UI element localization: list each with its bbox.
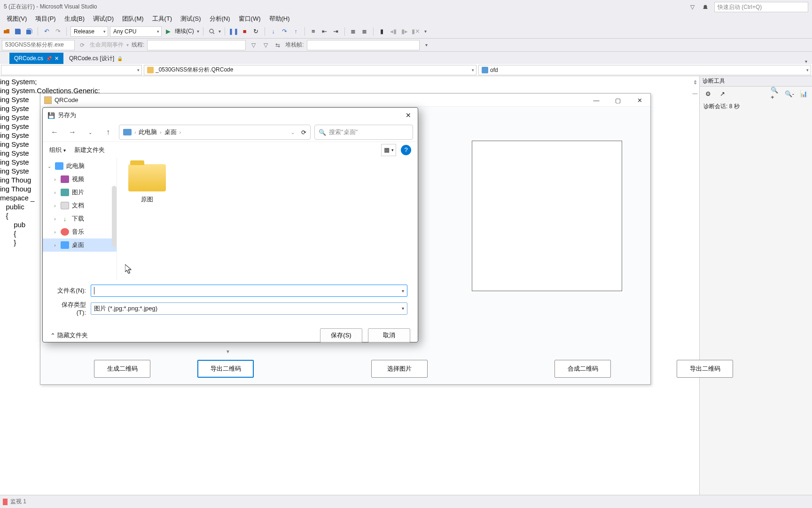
tree-item-pc[interactable]: ⌄ 此电脑: [43, 159, 117, 173]
tree-item-desktop[interactable]: › 桌面: [43, 238, 117, 252]
bookmark-prev-icon[interactable]: ◂▮: [389, 27, 398, 36]
close-icon[interactable]: ✕: [55, 56, 59, 62]
thread-toggle-icon[interactable]: ⇆: [273, 40, 282, 50]
nav-member-dropdown[interactable]: ofd: [478, 65, 811, 75]
folder-item[interactable]: 原图: [124, 164, 171, 204]
tree-item-pictures[interactable]: › 图片: [43, 186, 117, 199]
bookmark-icon[interactable]: ▮: [377, 27, 387, 36]
filter-icon[interactable]: ▽: [688, 3, 696, 11]
save-all-icon[interactable]: [24, 27, 34, 36]
expand-up-icon[interactable]: ⇕: [693, 78, 697, 87]
config-dropdown[interactable]: Release: [70, 26, 108, 37]
step-over-icon[interactable]: ↷: [280, 27, 289, 36]
filetype-dropdown[interactable]: 图片 (*.jpg;*.png;*.jpeg): [91, 302, 407, 315]
zoom-out-icon[interactable]: 🔍-: [785, 89, 794, 98]
stackframe-dropdown[interactable]: [307, 40, 420, 50]
scrollbar[interactable]: [112, 186, 117, 247]
format-icon[interactable]: ≡: [309, 27, 318, 36]
open-icon[interactable]: [2, 27, 11, 36]
gen-qr-button[interactable]: 生成二维码: [94, 360, 150, 378]
tree-item-videos[interactable]: › 视频: [43, 173, 117, 186]
saveas-titlebar[interactable]: 💾 另存为 ✕: [43, 108, 418, 123]
hide-folders-toggle[interactable]: ⌃ 隐藏文件夹: [50, 331, 88, 340]
menu-help[interactable]: 帮助(H): [265, 14, 294, 24]
export-qr2-button[interactable]: 导出二维码: [677, 360, 733, 378]
close-icon[interactable]: ✕: [629, 94, 650, 107]
find-icon[interactable]: [207, 27, 217, 36]
cancel-button[interactable]: 取消: [368, 328, 410, 342]
chevron-right-icon[interactable]: ›: [52, 203, 58, 208]
chevron-right-icon[interactable]: ›: [52, 243, 58, 248]
open-icon[interactable]: ↗: [718, 89, 727, 98]
minimize-icon[interactable]: —: [586, 94, 607, 107]
close-icon[interactable]: ✕: [403, 111, 414, 120]
view-mode-dropdown[interactable]: ▦ ▾: [381, 144, 396, 156]
comment-icon[interactable]: ≣: [349, 27, 358, 36]
lifecycle-icon[interactable]: ⟳: [78, 40, 87, 50]
nav-class-dropdown[interactable]: _0530GNSS坐标分析.QRCode: [144, 65, 476, 75]
menu-tools[interactable]: 工具(T): [148, 14, 176, 24]
pin-icon[interactable]: 📌: [46, 56, 52, 61]
forward-icon[interactable]: →: [65, 125, 79, 139]
chart-icon[interactable]: 📊: [799, 89, 808, 98]
continue-button[interactable]: 继续(C): [175, 27, 194, 35]
menu-view[interactable]: 视图(V): [3, 14, 31, 24]
bookmark-clear-icon[interactable]: ▮✕: [411, 27, 421, 36]
organize-dropdown[interactable]: 组织 ▾: [49, 146, 66, 154]
chevron-right-icon[interactable]: ›: [52, 190, 58, 195]
save-button[interactable]: 保存(S): [320, 328, 362, 342]
search-input[interactable]: 🔍 搜索"桌面": [314, 125, 413, 140]
breadcrumb[interactable]: › 此电脑 › 桌面 › ⌄ ⟳: [119, 125, 311, 140]
back-icon[interactable]: ←: [47, 125, 62, 139]
qrcode-titlebar[interactable]: QRCode — ▢ ✕: [40, 94, 650, 107]
tree-item-downloads[interactable]: › ↓ 下载: [43, 212, 117, 225]
tab-qrcode-design[interactable]: QRCode.cs [设计] 🔒: [64, 53, 127, 64]
resize-grip-icon[interactable]: ▼: [226, 349, 230, 354]
filename-input[interactable]: [91, 285, 407, 297]
notifications-icon[interactable]: [701, 3, 710, 11]
zoom-in-icon[interactable]: 🔍+: [771, 89, 780, 98]
refresh-icon[interactable]: ⟳: [301, 129, 306, 136]
settings-icon[interactable]: ⚙: [703, 89, 713, 98]
watch-panel-tab[interactable]: 监视 1: [0, 495, 812, 508]
step-into-icon[interactable]: ↓: [269, 27, 278, 36]
pause-icon[interactable]: ❚❚: [229, 27, 238, 36]
menu-test[interactable]: 测试(S): [177, 14, 204, 24]
select-img-button[interactable]: 选择图片: [371, 360, 428, 378]
new-folder-button[interactable]: 新建文件夹: [74, 146, 105, 154]
step-out-icon[interactable]: ↑: [291, 27, 301, 36]
stop-icon[interactable]: ■: [240, 27, 250, 36]
breadcrumb-segment[interactable]: 此电脑: [139, 128, 157, 136]
history-dropdown-icon[interactable]: ⌄: [83, 125, 97, 139]
chevron-down-icon[interactable]: ⌄: [291, 130, 295, 135]
up-icon[interactable]: ↑: [101, 125, 115, 139]
process-dropdown[interactable]: 530GNSS坐标分析.exe: [2, 40, 75, 50]
outdent-icon[interactable]: ⇤: [320, 27, 329, 36]
export-qr-button[interactable]: 导出二维码: [197, 360, 254, 378]
bookmark-next-icon[interactable]: ▮▸: [400, 27, 409, 36]
chevron-right-icon[interactable]: ›: [52, 216, 58, 222]
compose-qr-button[interactable]: 合成二维码: [554, 360, 611, 378]
folder-tree[interactable]: ⌄ 此电脑 › 视频 › 图片 › 文档 › ↓ 下载: [43, 158, 117, 280]
menu-debug[interactable]: 调试(D): [89, 14, 117, 24]
file-list[interactable]: 原图: [117, 158, 418, 280]
redo-icon[interactable]: ↷: [53, 27, 62, 36]
save-icon[interactable]: [13, 27, 23, 36]
uncomment-icon[interactable]: ≣: [360, 27, 369, 36]
menu-window[interactable]: 窗口(W): [235, 14, 265, 24]
menu-project[interactable]: 项目(P): [31, 14, 59, 24]
nav-project-dropdown[interactable]: [1, 65, 142, 75]
thread-nav2-icon[interactable]: ▽: [261, 40, 270, 50]
maximize-icon[interactable]: ▢: [607, 94, 629, 107]
restart-icon[interactable]: ↻: [251, 27, 261, 36]
platform-dropdown[interactable]: Any CPU: [110, 26, 162, 37]
menu-analyze[interactable]: 分析(N): [206, 14, 234, 24]
quick-launch-input[interactable]: 快速启动 (Ctrl+Q): [714, 2, 808, 12]
help-icon[interactable]: ?: [401, 145, 411, 155]
breadcrumb-segment[interactable]: 桌面: [164, 128, 177, 136]
chevron-right-icon[interactable]: ›: [52, 177, 58, 182]
thread-dropdown[interactable]: [147, 40, 246, 50]
tab-qrcode-cs[interactable]: QRCode.cs 📌 ✕: [9, 53, 63, 64]
menu-build[interactable]: 生成(B): [61, 14, 88, 24]
chevron-right-icon[interactable]: ›: [52, 230, 58, 235]
